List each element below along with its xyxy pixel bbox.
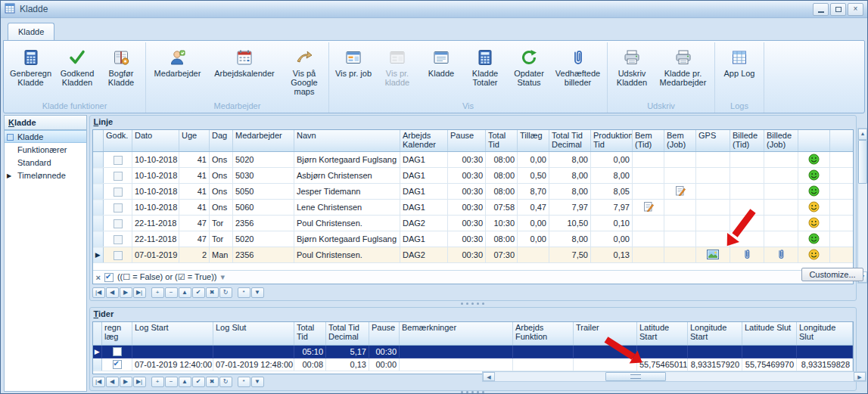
- vedh-ftede-billeder-button[interactable]: Vedhæftede billeder: [551, 43, 605, 87]
- app-log-button[interactable]: App Log: [717, 43, 761, 78]
- godk-checkbox[interactable]: [114, 172, 123, 181]
- navigator-prev-button[interactable]: ◀: [106, 377, 119, 387]
- maximize-button[interactable]: [830, 3, 846, 16]
- navigator-filter-button[interactable]: ▼: [251, 287, 264, 298]
- navigator-first-button[interactable]: |◀: [92, 377, 105, 387]
- udskriv-kladden-button[interactable]: Udskriv Kladden: [610, 43, 654, 87]
- column-header-total_tid[interactable]: Total Tid: [294, 322, 326, 346]
- column-header-total_tid_decimal[interactable]: Total Tid Decimal: [549, 130, 591, 152]
- photo-icon[interactable]: [707, 252, 719, 261]
- column-header-godk[interactable]: Godk.: [104, 130, 132, 152]
- column-header-billede_job[interactable]: Billede (Job): [764, 130, 798, 152]
- horizontal-scroll-thumb[interactable]: [605, 372, 666, 381]
- navigator-first-button[interactable]: |◀: [92, 287, 105, 298]
- vertical-scrollbar[interactable]: ▲ ▼: [857, 128, 868, 284]
- navigator-append-button[interactable]: +: [151, 377, 164, 387]
- vis-pr-job-button[interactable]: Vis pr. job: [331, 43, 375, 78]
- navigator-last-button[interactable]: ▶|: [133, 377, 146, 387]
- column-header-log_slut[interactable]: Log Slut: [213, 322, 294, 346]
- note-icon[interactable]: [643, 204, 654, 213]
- column-header-gps[interactable]: GPS: [696, 130, 730, 152]
- godk-checkbox[interactable]: [114, 251, 123, 260]
- note-icon[interactable]: [675, 188, 686, 197]
- column-header-bem_tid[interactable]: Bem (Tid): [633, 130, 664, 152]
- clip-icon[interactable]: [777, 253, 785, 262]
- column-header-long_slut[interactable]: Longitude Slut: [797, 322, 853, 346]
- column-header-log_start[interactable]: Log Start: [132, 322, 213, 346]
- navigator-edit-button[interactable]: ▲: [179, 287, 191, 298]
- table-row[interactable]: ▶05:105,1700:30: [93, 345, 853, 358]
- scroll-left-icon[interactable]: ◀: [483, 372, 495, 381]
- navigator-delete-button[interactable]: −: [165, 377, 178, 387]
- vertical-scroll-thumb[interactable]: [858, 140, 867, 184]
- column-header-medarbejder[interactable]: Medarbejder: [233, 130, 294, 152]
- column-header-pause[interactable]: Pause: [369, 322, 400, 346]
- column-header-dag[interactable]: Dag: [210, 130, 233, 152]
- column-header-smiley[interactable]: [798, 130, 830, 152]
- arbejdskalender-button[interactable]: Arbejdskalender: [207, 43, 282, 78]
- sidebar-item-standard[interactable]: Standard: [5, 156, 86, 169]
- navigator-refresh-button[interactable]: ↻: [219, 377, 232, 387]
- navigator-edit-button[interactable]: ▲: [179, 377, 191, 387]
- opdater-status-button[interactable]: Opdater Status: [507, 43, 551, 87]
- column-header-lat_start[interactable]: Latitude Start: [637, 322, 688, 346]
- customize-button[interactable]: Customize...: [801, 268, 863, 281]
- column-header-lat_slut[interactable]: Latitude Slut: [742, 322, 797, 346]
- kladde-pr-medarbejder-button[interactable]: Kladde pr. Medarbejder: [654, 43, 712, 87]
- navigator-cancel-button[interactable]: ✖: [206, 287, 219, 298]
- vis-pr-kladde-button[interactable]: Vis pr. kladde: [375, 43, 419, 87]
- minimize-button[interactable]: [813, 3, 829, 16]
- table-row[interactable]: 07-01-2019 12:40:0007-01-2019 12:48:0000…: [93, 358, 853, 371]
- navigator-filter-edit-button[interactable]: *: [238, 377, 250, 387]
- table-row[interactable]: 22-11-201847Tor5020Bjørn Kortegaard Fugl…: [93, 231, 854, 247]
- column-header-bemaerkninger[interactable]: Bemærkninger: [400, 322, 513, 346]
- table-row[interactable]: ▶07-01-20192Man2356Poul Christensen.DAG2…: [93, 247, 854, 263]
- godk-checkbox[interactable]: [114, 203, 123, 213]
- table-row[interactable]: 10-10-201841Ons5060Lene ChristensenDAG10…: [93, 200, 854, 216]
- navigator-last-button[interactable]: ▶|: [133, 287, 146, 298]
- column-header-total_tid[interactable]: Total Tid: [486, 130, 518, 152]
- column-header-long_start[interactable]: Longitude Start: [688, 322, 742, 346]
- navigator-next-button[interactable]: ▶: [120, 287, 132, 298]
- panel-splitter[interactable]: [89, 301, 857, 306]
- godkend-kladden-button[interactable]: Godkend Kladden: [55, 43, 99, 87]
- navigator-post-button[interactable]: ✔: [192, 287, 205, 298]
- column-header-billede_tid[interactable]: Billede (Tid): [730, 130, 764, 152]
- horizontal-scroll-track[interactable]: [495, 372, 854, 381]
- vertical-scroll-track[interactable]: [858, 140, 867, 271]
- filter-clear-icon[interactable]: ×: [96, 273, 101, 282]
- filter-enabled-checkbox[interactable]: [104, 273, 114, 282]
- regn-checkbox[interactable]: [113, 360, 122, 369]
- bottom-splitter[interactable]: [89, 391, 857, 394]
- godk-checkbox[interactable]: [114, 156, 123, 165]
- tab-kladde[interactable]: Kladde: [8, 23, 54, 40]
- column-header-navn[interactable]: Navn: [294, 130, 400, 152]
- godk-checkbox[interactable]: [114, 219, 123, 228]
- clip-icon[interactable]: [743, 253, 751, 262]
- column-header-tillaeg[interactable]: Tillæg: [518, 130, 549, 152]
- genberegn-kladde-button[interactable]: Genberegn Kladde: [6, 43, 55, 87]
- table-row[interactable]: 10-10-201841Ons5050Jesper TidemannDAG100…: [93, 184, 854, 200]
- column-header-arbejds_funktion[interactable]: Arbejds Funktion: [513, 322, 574, 346]
- sidebar-item-kladde[interactable]: Kladde: [5, 130, 86, 143]
- godk-checkbox[interactable]: [114, 235, 123, 244]
- godk-checkbox[interactable]: [114, 188, 123, 197]
- navigator-delete-button[interactable]: −: [165, 287, 178, 298]
- column-header-produktions_tid[interactable]: Produktions Tid: [591, 130, 633, 152]
- table-row[interactable]: 22-11-201847Tor2356Poul Christensen.DAG2…: [93, 216, 854, 231]
- navigator-cancel-button[interactable]: ✖: [206, 377, 219, 387]
- medarbejder-button[interactable]: Medarbejder: [148, 43, 207, 78]
- vis-p-google-maps-button[interactable]: Vis på Google maps: [282, 43, 326, 96]
- navigator-append-button[interactable]: +: [151, 287, 164, 298]
- column-header-total_tid_decimal[interactable]: Total Tid Decimal: [326, 322, 369, 346]
- sidebar-item-funktion-rer[interactable]: Funktionærer: [5, 143, 86, 156]
- column-header-bem_job[interactable]: Bem (Job): [664, 130, 696, 152]
- column-header-pause[interactable]: Pause: [448, 130, 486, 152]
- kladde-button[interactable]: Kladde: [419, 43, 463, 78]
- scroll-up-icon[interactable]: ▲: [858, 129, 867, 140]
- column-header-kalender[interactable]: Arbejds Kalender: [400, 130, 448, 152]
- horizontal-scrollbar[interactable]: ◀ ▶: [482, 371, 866, 382]
- navigator-post-button[interactable]: ✔: [192, 377, 205, 387]
- column-header-regn[interactable]: regn læg: [102, 322, 132, 346]
- table-row[interactable]: 10-10-201841Ons5030Asbjørn ChristensenDA…: [93, 168, 854, 184]
